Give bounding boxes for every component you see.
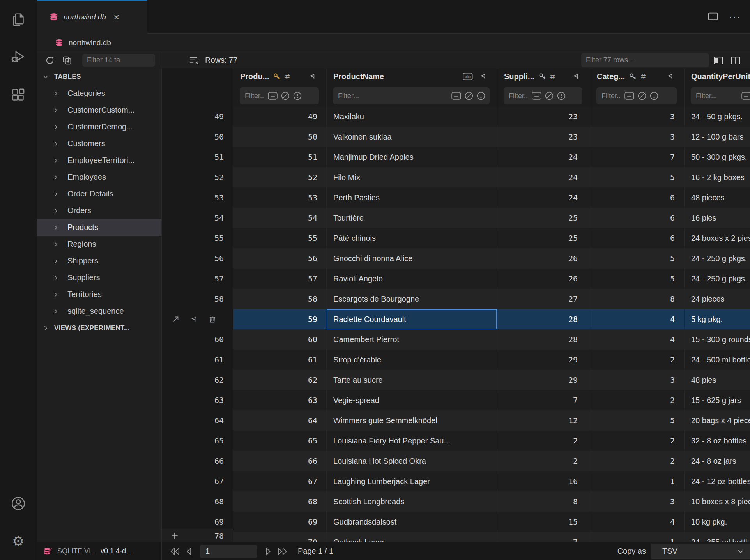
cell-supplier[interactable]: 28	[497, 309, 590, 329]
sidebar-item-customercustom[interactable]: CustomerCustom...	[37, 102, 161, 118]
sidebar-item-regions[interactable]: Regions	[37, 236, 161, 253]
pin-column-icon[interactable]	[479, 72, 487, 80]
cell-name[interactable]: Filo Mix	[327, 167, 497, 187]
filter-input[interactable]: Filter...	[333, 87, 490, 104]
sidebar-item-categories[interactable]: Categories	[37, 85, 161, 102]
cell-name[interactable]: Sirop d'érable	[327, 350, 497, 370]
sidebar-item-territories[interactable]: Territories	[37, 286, 161, 303]
cell-id[interactable]: 64	[233, 410, 327, 431]
cell-name[interactable]: Gudbrandsdalsost	[327, 512, 497, 532]
row-number[interactable]: 64	[162, 410, 233, 431]
cell-qty[interactable]: 16 pies	[685, 208, 750, 228]
cell-id[interactable]: 59	[233, 309, 327, 329]
column-header-category[interactable]: Categ...#	[590, 68, 685, 85]
cell-name[interactable]: Scottish Longbreads	[327, 491, 497, 512]
cell-supplier[interactable]: 25	[497, 208, 590, 228]
row-number[interactable]: 61	[162, 350, 233, 370]
pin-row-icon[interactable]	[190, 315, 198, 323]
extension-name[interactable]: SQLITE VI...	[57, 547, 97, 555]
cell-name[interactable]: Outback Lager	[327, 532, 497, 542]
cell-id[interactable]: 57	[233, 269, 327, 289]
cell-category[interactable]: 7	[590, 147, 685, 167]
cell-supplier[interactable]: 26	[497, 248, 590, 269]
cell-category[interactable]: 6	[590, 187, 685, 208]
cell-category[interactable]: 5	[590, 410, 685, 431]
sidebar-item-order-details[interactable]: Order Details	[37, 185, 161, 202]
cell-name[interactable]: Tourtière	[327, 208, 497, 228]
filter-invert-icon[interactable]	[293, 91, 302, 101]
row-number[interactable]: 68	[162, 491, 233, 512]
cell-category[interactable]: 5	[590, 167, 685, 187]
cell-qty[interactable]: 20 bags x 4 pieces	[685, 410, 750, 431]
filter-tables-input[interactable]: Filter 14 ta	[82, 54, 155, 67]
breadcrumb[interactable]: northwind.db	[37, 34, 750, 52]
cell-category[interactable]: 2	[590, 451, 685, 471]
row-number[interactable]: 52	[162, 167, 233, 187]
cell-category[interactable]: 4	[590, 309, 685, 329]
copy-format-select[interactable]: TSV	[651, 544, 750, 559]
pin-column-icon[interactable]	[308, 72, 316, 80]
cell-category[interactable]: 5	[590, 269, 685, 289]
column-header-id[interactable]: Produ...#	[233, 68, 327, 85]
cell-supplier[interactable]: 23	[497, 106, 590, 127]
cell-name[interactable]: Maxilaku	[327, 106, 497, 127]
pin-column-icon[interactable]	[572, 72, 580, 80]
open-row-icon[interactable]	[172, 315, 180, 323]
cell-category[interactable]: 6	[590, 228, 685, 248]
cell-name[interactable]: Perth Pasties	[327, 187, 497, 208]
cell-id[interactable]: 60	[233, 329, 327, 350]
cell-qty[interactable]: 32 - 8 oz bottles	[685, 431, 750, 451]
row-number[interactable]: 53	[162, 187, 233, 208]
cell-supplier[interactable]: 25	[497, 228, 590, 248]
cell-id[interactable]: 56	[233, 248, 327, 269]
cell-name[interactable]: Gnocchi di nonna Alice	[327, 248, 497, 269]
refresh-icon[interactable]	[44, 55, 56, 66]
row-number[interactable]: 65	[162, 431, 233, 451]
sidebar-item-employeeterritori[interactable]: EmployeeTerritori...	[37, 152, 161, 169]
sidebar-item-sqlite-sequence[interactable]: sqlite_sequence	[37, 303, 161, 320]
sidebar-section-views-experiment[interactable]: VIEWS (EXPERIMENT...	[37, 320, 161, 336]
cell-category[interactable]: 3	[590, 491, 685, 512]
cell-category[interactable]: 2	[590, 350, 685, 370]
row-number[interactable]: 63	[162, 390, 233, 410]
filter-null-icon[interactable]	[464, 91, 474, 101]
row-number[interactable]: 56	[162, 248, 233, 269]
page-number-input[interactable]: 1	[200, 545, 257, 558]
cell-supplier[interactable]: 23	[497, 127, 590, 147]
extension-version[interactable]: v0.1.4-d...	[101, 547, 132, 555]
cell-category[interactable]: 3	[590, 127, 685, 147]
cell-qty[interactable]: 16 - 2 kg boxes	[685, 167, 750, 187]
toggle-sidebar-icon[interactable]	[713, 55, 724, 66]
cell-supplier[interactable]: 12	[497, 410, 590, 431]
cell-category[interactable]: 3	[590, 370, 685, 390]
cell-supplier[interactable]: 24	[497, 147, 590, 167]
cell-supplier[interactable]: 24	[497, 187, 590, 208]
filter-invert-icon[interactable]	[476, 91, 486, 101]
cell-qty[interactable]: 48 pies	[685, 370, 750, 390]
cell-id[interactable]: 58	[233, 289, 327, 309]
cell-id[interactable]: 55	[233, 228, 327, 248]
cell-qty[interactable]: 48 pieces	[685, 187, 750, 208]
row-number[interactable]: 60	[162, 329, 233, 350]
explorer-icon[interactable]	[10, 11, 27, 28]
sidebar-item-products[interactable]: Products	[37, 219, 161, 236]
filter-invert-icon[interactable]	[557, 91, 566, 101]
filter-rows-input[interactable]: Filter 77 rows...	[581, 53, 709, 67]
cell-category[interactable]: 1	[590, 471, 685, 491]
cell-category[interactable]: 2	[590, 390, 685, 410]
add-row-button[interactable]	[170, 532, 179, 540]
sidebar-item-orders[interactable]: Orders	[37, 202, 161, 219]
cell-id[interactable]: 68	[233, 491, 327, 512]
cell-qty[interactable]: 10 boxes x 8 pieces	[685, 491, 750, 512]
run-debug-icon[interactable]	[10, 48, 27, 65]
cell-id[interactable]: 70	[233, 532, 327, 542]
filter-null-icon[interactable]	[545, 91, 554, 101]
cell-name[interactable]: Raclette Courdavault	[327, 309, 497, 329]
cell-qty[interactable]: 50 - 300 g pkgs.	[685, 147, 750, 167]
cell-qty[interactable]: 10 kg pkg.	[685, 512, 750, 532]
cell-qty[interactable]: 24 - 12 oz bottles	[685, 471, 750, 491]
previous-page-icon[interactable]	[182, 544, 196, 558]
cell-id[interactable]: 67	[233, 471, 327, 491]
cell-name[interactable]: Pâté chinois	[327, 228, 497, 248]
filter-input[interactable]: Filter...	[240, 87, 319, 104]
